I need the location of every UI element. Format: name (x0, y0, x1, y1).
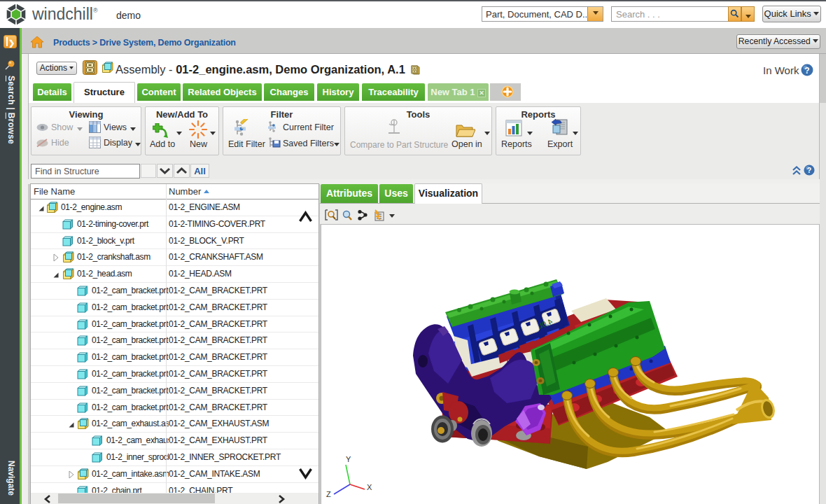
svg-text:Y: Y (346, 455, 351, 463)
svg-text:X: X (367, 483, 372, 491)
svg-text:Z: Z (326, 490, 331, 498)
svg-text:?: ? (804, 66, 809, 76)
svg-text:?: ? (807, 166, 812, 174)
